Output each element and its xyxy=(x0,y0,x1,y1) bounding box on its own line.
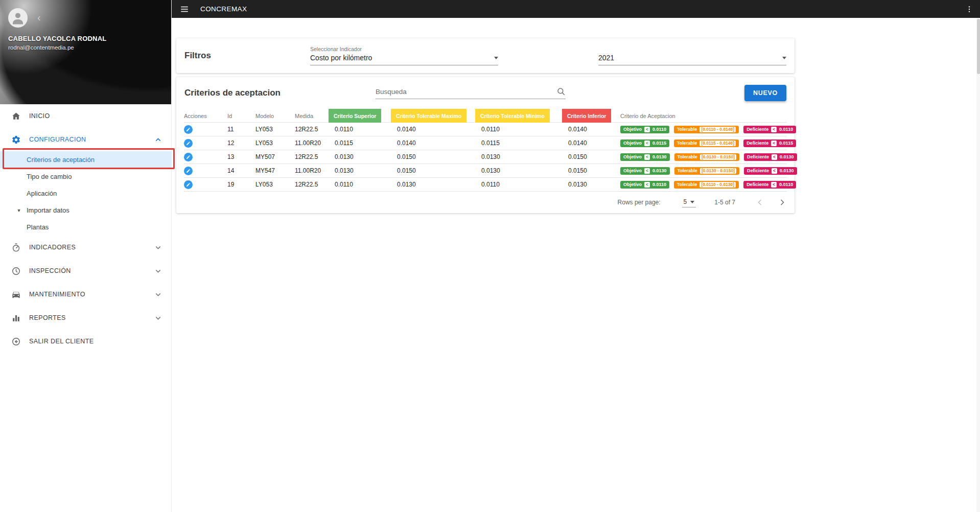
sidebar-item-criterios-de-aceptacion[interactable]: Criterios de aceptación xyxy=(0,151,171,168)
profile-email: rodnal@contentmedia.pe xyxy=(8,44,163,51)
sidebar-item-label: CONFIGURACION xyxy=(29,136,154,143)
col-criterio-tolerable-minimo: Criterio Tolerable Minimo xyxy=(475,109,550,123)
search-input[interactable] xyxy=(376,88,556,96)
cell-criterio-superior: 0.0110 xyxy=(329,126,391,133)
cell-criterio-tolerable-minimo: 0.0110 xyxy=(475,126,562,133)
cell-criterio-inferior: 0.0140 xyxy=(562,126,620,133)
edit-button[interactable] xyxy=(184,125,193,134)
sidebar-item-label: Aplicación xyxy=(27,190,57,197)
edit-button[interactable] xyxy=(184,139,193,148)
tolerable-badge: Tolerable [0.0115 - 0.0140] xyxy=(674,139,739,147)
deficiente-badge: Deficiente < 0.0130 xyxy=(744,167,797,175)
col-criterio-inferior: Criterio Inferior xyxy=(562,109,611,123)
table-row: 12 LY053 11.00R20 0.0115 0.0140 0.0115 0… xyxy=(184,136,787,150)
sidebar-item-tipo-de-cambio[interactable]: Tipo de cambio xyxy=(0,168,171,185)
sidebar-item-importar-datos[interactable]: ▾ Importar datos xyxy=(0,202,171,219)
chevron-up-icon xyxy=(154,135,164,144)
cell-criterio-inferior: 0.0150 xyxy=(562,167,620,174)
pencil-icon xyxy=(186,141,191,146)
sidebar-item-plantas[interactable]: Plantas xyxy=(0,219,171,236)
cell-criterio-superior: 0.0115 xyxy=(329,139,391,147)
filters-card: Filtros Seleccionar Indicador Costo por … xyxy=(176,38,795,73)
table-row: 11 LY053 12R22.5 0.0110 0.0140 0.0110 0.… xyxy=(184,123,787,136)
objetivo-badge: Objetivo < 0.0110 xyxy=(620,126,669,133)
cell-criterio-inferior: 0.0150 xyxy=(562,153,620,160)
indicator-select[interactable]: Seleccionar Indicador Costo por kilómetr… xyxy=(310,46,498,65)
cell-criterio-tolerable-minimo: 0.0115 xyxy=(475,139,562,147)
year-select[interactable]: 2021 xyxy=(598,46,786,65)
table-row: 14 MY547 11.00R20 0.0130 0.0150 0.0130 0… xyxy=(184,164,787,178)
cell-criterio-superior: 0.0110 xyxy=(329,181,391,188)
col-id: Id xyxy=(227,113,255,119)
edit-button[interactable] xyxy=(184,153,193,161)
sidebar-item-label: Tipo de cambio xyxy=(27,173,72,180)
pagination-range: 1-5 of 7 xyxy=(714,199,735,206)
table-body: 11 LY053 12R22.5 0.0110 0.0140 0.0110 0.… xyxy=(184,123,787,192)
cell-id: 14 xyxy=(227,167,255,174)
sidebar-item-inspeccion[interactable]: INSPECCIÓN xyxy=(0,259,171,283)
cell-medida: 12R22.5 xyxy=(295,153,329,160)
cell-medida: 12R22.5 xyxy=(295,181,329,188)
cell-criterio-de-aceptacion: Objetivo < 0.0110 Tolerable [0.0110 - 0.… xyxy=(620,126,796,133)
criteria-card: Criterios de aceptacion NUEVO Acciones I… xyxy=(176,77,795,213)
chevron-down-icon xyxy=(154,290,164,299)
dropdown-arrow-icon xyxy=(494,57,498,59)
cell-criterio-tolerable-maximo: 0.0130 xyxy=(391,181,475,188)
next-page-button[interactable] xyxy=(777,197,787,207)
cell-id: 11 xyxy=(227,126,255,133)
cell-medida: 12R22.5 xyxy=(295,126,329,133)
pagination: Rows per page: 5 1-5 of 7 xyxy=(176,192,795,213)
profile-name: CABELLO YACOLCA RODNAL xyxy=(8,35,163,42)
sidebar-nav: INICIO CONFIGURACION Criterios de acepta… xyxy=(0,104,171,353)
pencil-icon xyxy=(186,155,191,159)
edit-button[interactable] xyxy=(184,167,193,175)
new-button[interactable]: NUEVO xyxy=(744,85,786,101)
sidebar-item-indicadores[interactable]: INDICADORES xyxy=(0,236,171,259)
sidebar-item-mantenimiento[interactable]: MANTENIMIENTO xyxy=(0,283,171,306)
sidebar-item-inicio[interactable]: INICIO xyxy=(0,104,171,128)
cell-criterio-tolerable-minimo: 0.0130 xyxy=(475,153,562,160)
previous-page-button[interactable] xyxy=(755,197,765,207)
sidebar-item-aplicacion[interactable]: Aplicación xyxy=(0,185,171,202)
more-options-icon[interactable] xyxy=(965,5,973,13)
cell-modelo: LY053 xyxy=(255,126,295,133)
col-acciones: Acciones xyxy=(184,113,227,119)
tolerable-badge: Tolerable [0.0130 - 0.0150] xyxy=(674,167,740,175)
scrollbar[interactable] xyxy=(976,18,980,512)
col-modelo: Modelo xyxy=(255,113,295,119)
sidebar-item-label: Plantas xyxy=(27,223,49,231)
sidebar-item-configuracion[interactable]: CONFIGURACION xyxy=(0,128,171,151)
rows-per-page-select[interactable]: 5 xyxy=(682,197,696,207)
indicator-select-label: Seleccionar Indicador xyxy=(310,46,498,52)
scrollbar-thumb[interactable] xyxy=(977,19,980,74)
chevron-down-icon xyxy=(154,243,164,252)
gear-icon xyxy=(11,134,21,145)
cell-modelo: MY507 xyxy=(255,153,295,160)
search-field xyxy=(376,87,566,99)
cell-criterio-tolerable-minimo: 0.0110 xyxy=(475,181,562,188)
avatar xyxy=(8,8,28,28)
objetivo-badge: Objetivo < 0.0130 xyxy=(620,153,670,161)
rows-per-page-value: 5 xyxy=(684,198,687,205)
app-title: CONCREMAX xyxy=(200,5,247,13)
cell-criterio-de-aceptacion: Objetivo < 0.0110 Tolerable [0.0110 - 0.… xyxy=(620,181,796,189)
tolerable-badge: Tolerable [0.0130 - 0.0150] xyxy=(674,153,740,161)
person-icon xyxy=(10,10,26,26)
indicator-select-value: Costo por kilómetro xyxy=(310,54,372,62)
page-content: Filtros Seleccionar Indicador Costo por … xyxy=(172,18,980,213)
col-medida: Medida xyxy=(295,113,329,119)
collapse-chevron-icon[interactable]: ‹ xyxy=(37,12,41,22)
bar-chart-icon xyxy=(11,313,21,323)
sidebar-item-salir-del-cliente[interactable]: SALIR DEL CLIENTE xyxy=(0,330,171,353)
sidebar-item-reportes[interactable]: REPORTES xyxy=(0,306,171,330)
cell-criterio-de-aceptacion: Objetivo < 0.0130 Tolerable [0.0130 - 0.… xyxy=(620,167,797,175)
chevron-left-icon xyxy=(755,197,765,207)
cell-modelo: MY547 xyxy=(255,167,295,174)
pencil-icon xyxy=(186,182,191,187)
sidebar-item-label: REPORTES xyxy=(29,314,154,321)
cell-criterio-tolerable-maximo: 0.0150 xyxy=(391,167,475,174)
edit-button[interactable] xyxy=(184,180,193,189)
sidebar-item-label: INSPECCIÓN xyxy=(29,267,154,274)
menu-icon[interactable] xyxy=(180,5,189,14)
sidebar-item-label: INICIO xyxy=(29,112,164,120)
